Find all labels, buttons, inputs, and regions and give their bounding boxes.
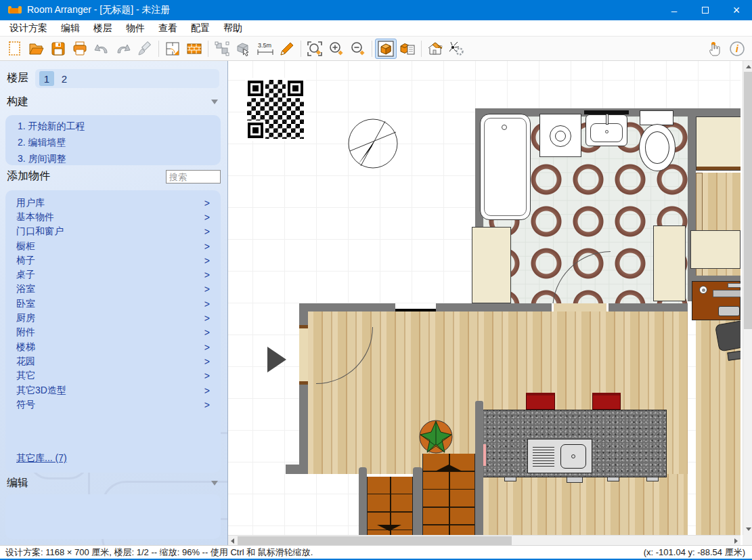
zoom-in-button[interactable] xyxy=(326,39,347,59)
menu-floors[interactable]: 楼层 xyxy=(87,21,119,36)
edit-collapse-icon[interactable] xyxy=(211,481,218,486)
floor-plan-canvas[interactable] xyxy=(228,61,740,535)
category-misc[interactable]: 其它> xyxy=(5,369,221,383)
open-button[interactable] xyxy=(26,39,47,59)
door-opening[interactable] xyxy=(552,303,609,311)
build-step-edit-walls[interactable]: 2. 编辑墙壁 xyxy=(5,134,221,150)
horizontal-scrollbar[interactable] xyxy=(228,535,740,545)
category-doors-windows[interactable]: 门口和窗户> xyxy=(5,225,221,239)
scroll-right-icon[interactable] xyxy=(734,538,738,544)
category-stairs[interactable]: 楼梯> xyxy=(5,340,221,354)
edit-panel xyxy=(5,494,221,539)
menu-help[interactable]: 帮助 xyxy=(217,21,249,36)
stairs-down[interactable] xyxy=(367,477,413,535)
measure-button[interactable]: 3.5m xyxy=(255,39,276,59)
svg-text:3.5m: 3.5m xyxy=(258,42,271,49)
print-button[interactable] xyxy=(69,39,91,59)
menu-design[interactable]: 设计方案 xyxy=(3,21,54,36)
maximize-button[interactable] xyxy=(690,0,721,20)
desk[interactable] xyxy=(692,281,740,320)
category-tables[interactable]: 桌子> xyxy=(5,267,221,282)
wall[interactable] xyxy=(688,116,696,301)
house-3d-button[interactable]: 3D xyxy=(424,39,446,59)
menu-objects[interactable]: 物件 xyxy=(119,21,152,36)
closet[interactable] xyxy=(690,230,740,269)
draw-pencil-button[interactable] xyxy=(276,39,298,59)
bathroom-sink[interactable] xyxy=(584,110,629,148)
wall[interactable] xyxy=(286,465,308,474)
pan-hand-button[interactable] xyxy=(705,39,726,59)
wall[interactable] xyxy=(413,467,422,535)
zoom-out-button[interactable] xyxy=(347,39,369,59)
scroll-up-icon[interactable] xyxy=(746,65,751,68)
category-user-library[interactable]: 用户库> xyxy=(5,196,221,210)
bathtub[interactable] xyxy=(480,114,531,220)
stairs-up[interactable] xyxy=(422,454,475,535)
door-opening[interactable] xyxy=(299,325,308,385)
category-chairs[interactable]: 椅子> xyxy=(5,253,221,267)
scroll-down-icon[interactable] xyxy=(746,527,751,531)
horizontal-scroll-thumb[interactable] xyxy=(238,536,512,545)
menu-view[interactable]: 查看 xyxy=(152,21,184,36)
wall[interactable] xyxy=(299,303,688,311)
category-cabinets[interactable]: 橱柜> xyxy=(5,239,221,253)
category-kitchen[interactable]: 厨房> xyxy=(5,311,221,325)
build-step-new-project[interactable]: 1. 开始新的工程 xyxy=(5,118,221,134)
object-3d-pointer-button[interactable] xyxy=(233,39,255,59)
view-3d-button[interactable] xyxy=(375,39,397,59)
build-step-adjust-rooms[interactable]: 3. 房间调整 xyxy=(5,150,221,167)
close-button[interactable]: × xyxy=(721,0,752,20)
bar-stool[interactable] xyxy=(592,393,621,410)
zoom-fit-button[interactable] xyxy=(304,39,326,59)
floor-plan-button[interactable] xyxy=(162,39,183,59)
toolbar: 3.5m 3D xyxy=(0,37,752,61)
toilet[interactable] xyxy=(638,110,677,173)
category-symbols[interactable]: 符号> xyxy=(5,397,221,412)
island-sink[interactable] xyxy=(527,439,592,473)
category-misc-3d[interactable]: 其它3D造型> xyxy=(5,383,221,397)
app-window: Room Arranger - [无标题] - 未注册 – × 设计方案 编辑 … xyxy=(0,0,752,560)
search-input[interactable] xyxy=(166,170,221,184)
minimize-button[interactable]: – xyxy=(659,0,690,20)
washing-machine[interactable] xyxy=(539,114,581,157)
save-button[interactable] xyxy=(47,39,69,59)
undo-button[interactable] xyxy=(91,39,112,59)
qr-code[interactable] xyxy=(245,78,306,141)
canvas-column xyxy=(228,61,752,545)
walkthrough-button[interactable] xyxy=(446,39,468,59)
new-document-button[interactable] xyxy=(4,39,26,59)
wall-brick-button[interactable] xyxy=(183,39,205,59)
select-objects-button[interactable] xyxy=(211,39,233,59)
bathroom-cabinet[interactable] xyxy=(472,227,511,303)
category-bedroom[interactable]: 卧室> xyxy=(5,297,221,311)
category-garden[interactable]: 花园> xyxy=(5,354,221,368)
info-button[interactable]: i xyxy=(726,39,748,59)
bathroom-cabinet[interactable] xyxy=(653,225,686,301)
floor-tab-1[interactable]: 1 xyxy=(39,71,54,86)
menu-edit[interactable]: 编辑 xyxy=(54,21,87,36)
category-bathroom[interactable]: 浴室> xyxy=(5,282,221,297)
cursor-marker[interactable] xyxy=(267,347,286,372)
bar-stool[interactable] xyxy=(526,393,555,410)
menu-options[interactable]: 配置 xyxy=(184,21,217,36)
wall[interactable] xyxy=(359,467,367,535)
floor-tab-2[interactable]: 2 xyxy=(57,71,72,86)
closet[interactable] xyxy=(696,116,740,171)
vertical-scroll-thumb[interactable] xyxy=(744,72,752,329)
window[interactable] xyxy=(395,303,436,311)
build-collapse-icon[interactable] xyxy=(211,100,218,104)
chevron-right-icon: > xyxy=(204,356,210,367)
scroll-left-icon[interactable] xyxy=(231,538,234,544)
wall-brick-icon xyxy=(185,40,203,58)
category-accessories[interactable]: 附件> xyxy=(5,326,221,340)
compass-rose[interactable] xyxy=(347,117,399,170)
more-libraries-link[interactable]: 其它库... (7) xyxy=(16,452,67,465)
category-basic-objects[interactable]: 基本物件> xyxy=(5,210,221,224)
vertical-scrollbar[interactable] xyxy=(743,61,752,535)
kitchen-island[interactable] xyxy=(482,410,667,477)
wall[interactable] xyxy=(475,401,483,535)
format-brush-button[interactable] xyxy=(134,39,156,59)
redo-button[interactable] xyxy=(112,39,134,59)
plant[interactable] xyxy=(418,418,454,455)
view-3d-list-button[interactable] xyxy=(397,39,418,59)
